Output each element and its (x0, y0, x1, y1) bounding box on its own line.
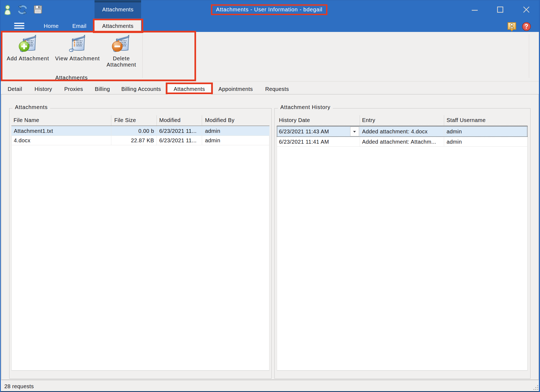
svg-text:?: ? (525, 23, 528, 30)
